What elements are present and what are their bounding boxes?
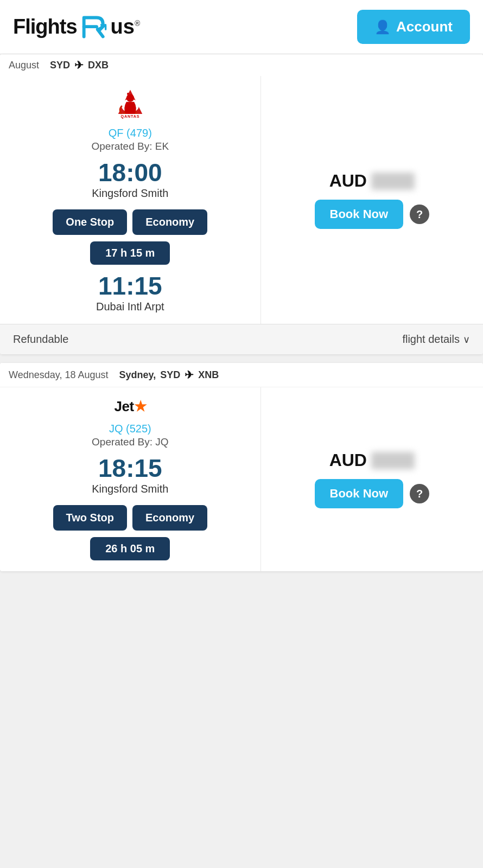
card2-right: AUD Book Now ? — [261, 387, 483, 571]
account-label: Account — [396, 18, 453, 35]
card2-info-icon[interactable]: ? — [410, 484, 429, 503]
card2-origin-code: SYD — [160, 369, 180, 381]
card1-book-button[interactable]: Book Now — [315, 200, 404, 229]
card1-class-tag: Economy — [132, 209, 207, 235]
user-icon: 👤 — [374, 20, 391, 35]
card1-price: AUD — [329, 171, 415, 191]
card1-body: QANTAS QF (479) Operated By: EK 18:00 Ki… — [0, 76, 483, 324]
svg-point-3 — [126, 94, 134, 102]
card1-departure-time: 18:00 — [98, 160, 162, 185]
card1-currency: AUD — [329, 171, 367, 191]
card1-refundable: Refundable — [13, 333, 68, 346]
card2-departure-time: 18:15 — [98, 456, 162, 481]
card1-origin: SYD — [50, 60, 70, 71]
card1-flight-details[interactable]: flight details ∨ — [402, 333, 470, 346]
jetstar-star-icon: ★ — [134, 398, 147, 415]
card2-price: AUD — [329, 450, 415, 470]
account-button[interactable]: 👤 Account — [357, 10, 470, 44]
card2-book-button[interactable]: Book Now — [315, 479, 404, 508]
card1-date: August — [9, 60, 39, 71]
card2-departure-airport: Kingsford Smith — [92, 483, 168, 495]
card2-tags: Two Stop Economy — [53, 505, 208, 531]
card1-arrival-airport: Dubai Intl Arpt — [96, 301, 164, 313]
card1-operated-by: Operated By: EK — [92, 141, 169, 152]
card2-stop-tag: Two Stop — [53, 505, 128, 531]
card1-destination: DXB — [88, 60, 109, 71]
flight-card-2: Wednesday, 18 August Sydney, SYD ✈ XNB J… — [0, 363, 483, 571]
card1-book-row: Book Now ? — [315, 200, 430, 229]
card2-route: Sydney, SYD ✈ XNB — [119, 368, 219, 381]
app-header: Flights us® 👤 Account — [0, 0, 483, 54]
svg-text:QANTAS: QANTAS — [120, 114, 139, 119]
card1-left: QANTAS QF (479) Operated By: EK 18:00 Ki… — [0, 76, 261, 324]
card2-body: Jet★ JQ (525) Operated By: JQ 18:15 King… — [0, 387, 483, 571]
qantas-logo-svg: QANTAS — [109, 87, 152, 119]
card2-airline-logo: Jet★ — [115, 398, 147, 415]
card1-tags: One Stop Economy — [53, 209, 207, 235]
card2-flight-code: JQ (525) — [109, 423, 151, 435]
card2-header-strip: Wednesday, 18 August Sydney, SYD ✈ XNB — [0, 363, 483, 387]
card2-left: Jet★ JQ (525) Operated By: JQ 18:15 King… — [0, 387, 261, 571]
chevron-down-icon: ∨ — [463, 334, 470, 346]
card1-details-label: flight details — [402, 333, 460, 346]
card2-price-value — [371, 452, 415, 469]
card2-duration: 26 h 05 m — [90, 537, 170, 560]
card2-date: Wednesday, 18 August — [9, 369, 108, 381]
card2-operated-by: Operated By: JQ — [92, 436, 169, 448]
card1-header-strip: August SYD ✈ DXB — [0, 54, 483, 76]
card2-currency: AUD — [329, 450, 367, 470]
logo-plane-icon — [80, 16, 107, 39]
logo-us: us® — [111, 15, 141, 39]
card2-destination: XNB — [198, 369, 219, 381]
card1-stop-tag: One Stop — [53, 209, 127, 235]
jetstar-logo-text: Jet★ — [115, 398, 147, 415]
card1-footer: Refundable flight details ∨ — [0, 324, 483, 354]
card1-arrival-time: 11:15 — [98, 273, 162, 298]
card1-info-icon[interactable]: ? — [410, 205, 429, 224]
card2-origin-city: Sydney, — [119, 369, 156, 381]
card1-right: AUD Book Now ? — [261, 76, 483, 324]
logo: Flights us® — [13, 15, 140, 39]
route-arrow-icon-2: ✈ — [185, 368, 194, 381]
card2-class-tag: Economy — [132, 505, 207, 531]
card1-route: SYD ✈ DXB — [50, 59, 109, 72]
card1-duration: 17 h 15 m — [90, 241, 170, 265]
logo-flights: Flights — [13, 15, 77, 39]
card1-flight-code: QF (479) — [109, 127, 152, 139]
card1-price-value — [371, 173, 415, 190]
flight-card-1: August SYD ✈ DXB — [0, 54, 483, 354]
flight-cards-container: August SYD ✈ DXB — [0, 54, 483, 571]
card2-book-row: Book Now ? — [315, 479, 430, 508]
jetstar-name: Jet — [115, 398, 134, 415]
card1-airline-logo: QANTAS — [109, 87, 152, 119]
route-arrow-icon: ✈ — [74, 59, 84, 72]
card1-departure-airport: Kingsford Smith — [92, 187, 168, 200]
